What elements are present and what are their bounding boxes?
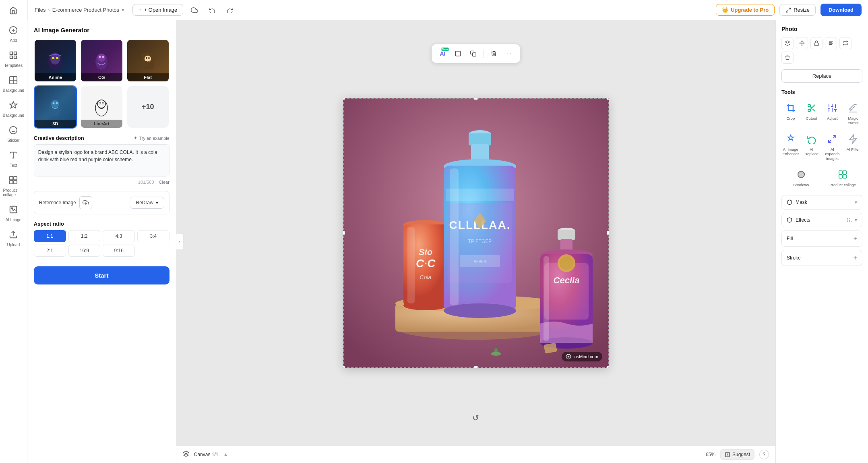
undo-button[interactable] <box>206 4 219 17</box>
tool-ai-filter[interactable]: AI Filter <box>844 130 862 163</box>
download-button[interactable]: Download <box>820 4 862 16</box>
sidebar-item-ai-image[interactable]: AI Image <box>1 202 25 225</box>
photo-delete-button[interactable] <box>781 52 794 64</box>
aspect-16-9[interactable]: 16:9 <box>68 245 101 257</box>
canvas-chevron-icon[interactable]: ▲ <box>223 452 228 457</box>
stroke-add-icon[interactable]: + <box>854 254 857 262</box>
stroke-section[interactable]: Stroke + <box>781 250 862 266</box>
tool-magic-eraser[interactable]: Magic eraser <box>844 99 862 128</box>
photo-align-button[interactable] <box>825 37 837 49</box>
sidebar-item-product-collage[interactable]: Product collage <box>1 172 25 200</box>
aspect-2-1[interactable]: 2:1 <box>34 245 66 257</box>
style-card-more[interactable]: +10 <box>126 85 169 129</box>
mask-header[interactable]: Mask ▾ <box>782 195 862 209</box>
tool-shadows[interactable]: Shadows <box>781 166 821 189</box>
aspect-3-4[interactable]: 3:4 <box>137 230 169 242</box>
aspect-4-3[interactable]: 4:3 <box>103 230 135 242</box>
effects-header[interactable]: Effects ▾ <box>782 213 862 227</box>
style-card-3d[interactable]: 3D <box>34 85 77 129</box>
tool-adjust[interactable]: Adjust <box>823 99 842 128</box>
resize-label: Resize <box>794 7 810 13</box>
handle-middle-left[interactable] <box>343 231 345 235</box>
style-card-flat[interactable]: Flat <box>126 39 169 82</box>
aspect-9-16[interactable]: 9:16 <box>103 245 135 257</box>
cloud-save-button[interactable] <box>188 4 201 17</box>
handle-middle-right[interactable] <box>607 231 609 235</box>
ai-replace-tool-label: AI Replace <box>803 147 820 156</box>
handle-bottom-left[interactable] <box>343 366 345 368</box>
resize-button[interactable]: Resize <box>779 4 816 16</box>
aspect-1-2[interactable]: 1:2 <box>68 230 101 242</box>
reference-upload-button[interactable] <box>79 196 92 209</box>
photo-flip-button[interactable] <box>839 37 851 49</box>
sidebar-item-sticker[interactable]: Sticker <box>1 122 25 146</box>
sparkle-icon: ✦ <box>134 135 137 141</box>
description-textarea[interactable]: Design a stylish logo for a brand ABC CO… <box>34 144 169 176</box>
ai-enhancer-tool-icon <box>784 133 797 145</box>
toolbar-copy-button[interactable] <box>466 47 480 60</box>
fill-add-icon[interactable]: + <box>854 235 857 242</box>
tool-ai-replace[interactable]: AI Replace <box>802 130 821 163</box>
breadcrumb-folder[interactable]: E-commerce Product Photos <box>52 7 119 13</box>
open-image-button[interactable]: + + Open Image <box>132 4 183 16</box>
sidebar-item-upload[interactable]: Upload <box>1 227 25 250</box>
sidebar-item-templates[interactable]: Templates <box>1 48 25 71</box>
tool-cutout[interactable]: Cutout <box>802 99 821 128</box>
home-button[interactable] <box>6 3 21 18</box>
mask-section: Mask ▾ <box>781 195 862 210</box>
start-button[interactable]: Start <box>34 266 169 284</box>
panel-collapse-button[interactable]: ‹ <box>176 234 184 250</box>
handle-top-right[interactable] <box>607 98 609 100</box>
replace-button[interactable]: Replace <box>781 69 862 83</box>
toolbar-delete-button[interactable] <box>487 47 500 60</box>
open-image-label: + Open Image <box>144 7 178 13</box>
suggest-button[interactable]: Suggest <box>720 449 754 460</box>
canvas-container: AI New <box>176 20 775 445</box>
svg-point-39 <box>97 100 105 108</box>
tool-ai-enhancer[interactable]: AI Image Enhancer <box>781 130 800 163</box>
photo-layers-button[interactable] <box>781 37 794 49</box>
layers-button[interactable] <box>183 451 189 458</box>
fill-section[interactable]: Fill + <box>781 230 862 247</box>
toolbar-more-button[interactable]: ··· <box>502 47 516 60</box>
sidebar-item-text[interactable]: Text <box>1 147 25 171</box>
tool-ai-expands[interactable]: AI expands images <box>823 130 842 163</box>
photo-lock-button[interactable] <box>810 37 823 49</box>
ai-filter-tool-icon <box>847 133 860 145</box>
style-card-anime[interactable]: Anime <box>34 39 77 82</box>
left-panel: AI Image Generator Anime <box>27 20 176 463</box>
style-card-lineart[interactable]: LineArt <box>80 85 123 129</box>
right-panel-title: Photo <box>781 26 862 32</box>
tool-product-collage[interactable]: Product collage <box>823 166 863 189</box>
svg-point-27 <box>97 54 105 62</box>
handle-top-center[interactable] <box>474 98 478 100</box>
rotate-button[interactable]: ↺ <box>472 413 479 423</box>
svg-rect-5 <box>10 56 12 58</box>
redo-button[interactable] <box>223 4 236 17</box>
clear-button[interactable]: Clear <box>159 180 169 185</box>
crown-icon: 👑 <box>722 7 728 13</box>
handle-top-left[interactable] <box>343 98 345 100</box>
style-3d-label: 3D <box>35 120 76 128</box>
handle-bottom-center[interactable] <box>474 366 478 368</box>
redraw-button[interactable]: ReDraw ▾ <box>130 197 164 209</box>
handle-bottom-right[interactable] <box>607 366 609 368</box>
tool-crop[interactable]: Crop <box>781 99 800 128</box>
breadcrumb-folder-chevron[interactable]: ▾ <box>122 7 124 13</box>
style-card-cg[interactable]: CG <box>80 39 123 82</box>
sidebar-item-add[interactable]: Add <box>1 23 25 46</box>
toolbar-ai-button[interactable]: AI New <box>436 47 449 60</box>
canvas-image[interactable]: Sio C·C Cola <box>343 98 609 368</box>
style-more-count[interactable]: +10 <box>127 86 169 128</box>
crop-tool-icon <box>784 102 797 114</box>
toolbar-select-button[interactable] <box>451 47 465 60</box>
try-example-button[interactable]: ✦ Try an example <box>134 135 169 141</box>
style-anime-label: Anime <box>35 73 76 81</box>
sidebar-item-background2[interactable]: Background <box>1 98 25 121</box>
help-button[interactable]: ? <box>759 450 769 459</box>
upgrade-button[interactable]: 👑 Upgrade to Pro <box>716 4 775 16</box>
photo-transform-button[interactable] <box>796 37 808 49</box>
sidebar-item-background[interactable]: Background <box>1 73 25 96</box>
aspect-1-1[interactable]: 1:1 <box>34 230 66 242</box>
breadcrumb-files[interactable]: Files <box>35 7 45 13</box>
